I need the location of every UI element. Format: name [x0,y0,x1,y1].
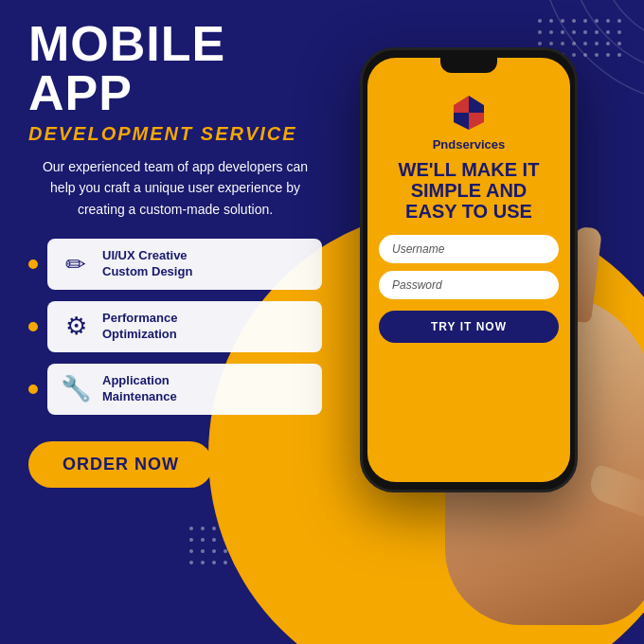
password-field[interactable]: Password [379,271,559,299]
feature-maintenance: 🔧 Application Maintenance [47,364,322,415]
feature-uiux: ✏ UI/UX Creative Custom Design [47,239,322,290]
phone-logo [448,92,490,134]
svg-point-0 [625,0,644,19]
phone-screen: Pndservices WE'LL MAKE IT SIMPLE AND EAS… [367,58,570,482]
phone-notch [440,58,497,73]
svg-marker-7 [454,113,469,130]
svg-marker-5 [454,96,469,113]
phone-area: Pndservices WE'LL MAKE IT SIMPLE AND EAS… [331,47,635,597]
performance-icon: ⚙ [61,312,91,341]
feature-dot-2 [28,322,38,331]
description: Our experienced team of app developers c… [28,156,322,220]
try-it-now-button[interactable]: TRY IT NOW [379,311,559,343]
feature-dot-1 [28,259,38,269]
uiux-label: UI/UX Creative Custom Design [102,248,192,280]
feature-dot-3 [28,385,38,394]
svg-marker-6 [469,113,484,130]
maintenance-label: Application Maintenance [102,373,177,405]
thumb [585,463,644,521]
left-content: MOBILE APP DEVELOPMENT SERVICE Our exper… [28,19,322,488]
username-field[interactable]: Username [379,235,559,263]
main-container: for(let i=0; i<32; i++) document.current… [0,0,644,644]
svg-marker-4 [469,96,484,113]
features-list: ✏ UI/UX Creative Custom Design ⚙ Perform… [47,239,322,414]
performance-label: Performance Optimization [102,311,177,343]
uiux-icon: ✏ [61,250,91,279]
maintenance-icon: 🔧 [61,374,91,403]
phone-headline: WE'LL MAKE IT SIMPLE AND EASY TO USE [399,159,540,222]
main-title: MOBILE APP [28,19,322,117]
feature-performance: ⚙ Performance Optimization [47,301,322,352]
order-now-button[interactable]: ORDER NOW [28,441,213,488]
phone-brand: Pndservices [433,137,506,152]
subtitle: DEVELOPMENT SERVICE [28,123,322,145]
phone-mockup: Pndservices WE'LL MAKE IT SIMPLE AND EAS… [360,47,578,492]
